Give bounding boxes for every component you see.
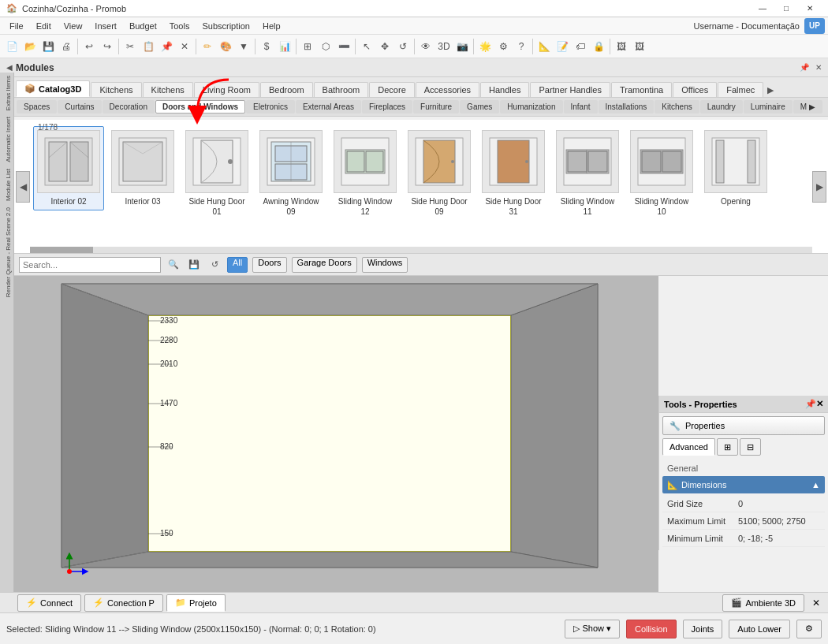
- tb-help[interactable]: ?: [513, 38, 530, 55]
- menu-file[interactable]: File: [3, 17, 30, 35]
- save-search-button[interactable]: 💾: [186, 257, 202, 273]
- catalog-item-0[interactable]: Interior 02: [33, 126, 104, 210]
- ccat-external[interactable]: External Areas: [296, 100, 361, 114]
- ccat-installations[interactable]: Installations: [599, 100, 655, 114]
- catalog-tab-kitchens[interactable]: Kitchens: [91, 82, 141, 97]
- catalog-tab-offices[interactable]: Offices: [673, 82, 717, 97]
- modules-close[interactable]: ✕: [812, 62, 825, 73]
- filter-all[interactable]: All: [227, 257, 248, 273]
- tab-projeto[interactable]: 📁 Projeto: [166, 594, 226, 612]
- show-button[interactable]: ▷ Show ▾: [565, 620, 620, 638]
- tb-lock[interactable]: 🔒: [590, 38, 607, 55]
- tb-move[interactable]: ✥: [376, 38, 393, 55]
- catalog-nav-right[interactable]: ▶: [764, 84, 777, 97]
- refresh-button[interactable]: ↺: [207, 257, 222, 273]
- catalog-tab-decore[interactable]: Decore: [369, 82, 414, 97]
- menu-subscription[interactable]: Subscription: [196, 17, 256, 35]
- tb-tag[interactable]: 🏷: [572, 38, 589, 55]
- collision-button[interactable]: Collision: [626, 620, 677, 638]
- tb-shape[interactable]: ⬡: [317, 38, 334, 55]
- catalog-tab-bathroom[interactable]: Bathroom: [314, 82, 369, 97]
- catalog-item-9[interactable]: Opening: [700, 126, 771, 210]
- catalog-item-8[interactable]: Sliding Window 10: [626, 126, 697, 221]
- tab-conectionp[interactable]: ⚡ Conection P: [84, 594, 163, 612]
- tb-settings[interactable]: ⚙: [494, 38, 512, 55]
- catalog-tab-partner[interactable]: Partner Handles: [530, 82, 610, 97]
- ccat-fireplaces[interactable]: Fireplaces: [362, 100, 412, 114]
- tb-new[interactable]: 📄: [3, 38, 21, 55]
- catalog-item-4[interactable]: Sliding Window 12: [330, 126, 401, 221]
- search-button[interactable]: 🔍: [166, 257, 181, 273]
- tb-undo[interactable]: ↩: [80, 38, 98, 55]
- filter-garage[interactable]: Garage Doors: [292, 257, 357, 273]
- scroll-right[interactable]: ▶: [812, 171, 826, 203]
- menu-tools[interactable]: Tools: [163, 17, 196, 35]
- ambiente-3d-button[interactable]: 🎬 Ambiente 3D: [722, 594, 804, 612]
- ccat-eletronics[interactable]: Eletronics: [246, 100, 295, 114]
- tools-close[interactable]: ✕: [816, 399, 823, 409]
- tab-advanced[interactable]: Advanced: [662, 438, 715, 456]
- ccat-laundry[interactable]: Laundry: [700, 100, 743, 114]
- menu-view[interactable]: View: [58, 17, 89, 35]
- close-panel-button[interactable]: ✕: [807, 597, 825, 609]
- joints-button[interactable]: Joints: [683, 620, 723, 638]
- catalog-item-7[interactable]: Sliding Window 11: [552, 126, 623, 221]
- tb-eye[interactable]: 👁: [417, 38, 435, 55]
- tb-save[interactable]: 💾: [39, 38, 57, 55]
- dimensions-collapse[interactable]: ▲: [811, 480, 820, 490]
- catalog-item-3[interactable]: Awning Window 09: [255, 126, 326, 221]
- tb-minus[interactable]: ➖: [335, 38, 352, 55]
- scroll-left[interactable]: ◀: [16, 171, 30, 203]
- ccat-curtains[interactable]: Curtains: [58, 100, 101, 114]
- vlabel-extras[interactable]: Extras Items: [0, 73, 13, 114]
- filter-windows[interactable]: Windows: [362, 257, 408, 273]
- tab-grid[interactable]: ⊞: [717, 438, 738, 456]
- ccat-games[interactable]: Games: [460, 100, 499, 114]
- search-input[interactable]: [19, 257, 161, 273]
- tab-connect[interactable]: ⚡ Connect: [17, 594, 81, 612]
- ccat-decoration[interactable]: Decoration: [103, 100, 155, 114]
- tb-select[interactable]: ▼: [235, 38, 252, 55]
- vlabel-render[interactable]: Render Queue - Real Scene 2.0: [0, 204, 13, 300]
- items-scrollbar[interactable]: [30, 247, 812, 253]
- viewport[interactable]: 2330 2280 2010 1470 820 150: [14, 276, 658, 612]
- tb-paste[interactable]: 📌: [158, 38, 175, 55]
- settings-icon[interactable]: ⚙: [796, 620, 822, 638]
- tb-delete[interactable]: ✕: [176, 38, 193, 55]
- tb-img2[interactable]: 🖼: [631, 38, 648, 55]
- catalog-tab-catalog3d[interactable]: 📦 Catalog3D: [16, 80, 90, 97]
- catalog-item-2[interactable]: Side Hung Door 01: [181, 126, 252, 221]
- ccat-luminaire[interactable]: Luminaire: [744, 100, 793, 114]
- close-button[interactable]: ✕: [798, 2, 822, 16]
- menu-budget[interactable]: Budget: [123, 17, 163, 35]
- tb-budget2[interactable]: 📊: [276, 38, 293, 55]
- catalog-tab-falmec[interactable]: Falmec: [718, 82, 763, 97]
- auto-lower-button[interactable]: Auto Lower: [729, 620, 790, 638]
- items-scrollbar-thumb[interactable]: [30, 247, 93, 253]
- ccat-furniture[interactable]: Furniture: [413, 100, 459, 114]
- modules-pin[interactable]: 📌: [796, 62, 812, 73]
- tb-redo[interactable]: ↪: [99, 38, 116, 55]
- tb-img[interactable]: 🖼: [613, 38, 630, 55]
- tb-grid[interactable]: ⊞: [299, 38, 316, 55]
- catalog-tab-tramontina[interactable]: Tramontina: [611, 82, 672, 97]
- dimensions-section[interactable]: 📐 Dimensions ▲: [662, 476, 825, 493]
- user-avatar[interactable]: UP: [804, 18, 825, 34]
- menu-edit[interactable]: Edit: [30, 17, 58, 35]
- tb-pencil[interactable]: ✏: [199, 38, 216, 55]
- tb-paint[interactable]: 🎨: [217, 38, 234, 55]
- ccat-spaces[interactable]: Spaces: [17, 100, 57, 114]
- tb-dollar[interactable]: $: [258, 38, 275, 55]
- tools-pin[interactable]: 📌: [805, 399, 816, 409]
- tb-open[interactable]: 📂: [21, 38, 39, 55]
- ccat-infant[interactable]: Infant: [564, 100, 598, 114]
- ccat-more[interactable]: M ▶: [793, 100, 822, 114]
- tb-rotate[interactable]: ↺: [394, 38, 412, 55]
- properties-button[interactable]: 🔧 Properties: [662, 416, 825, 435]
- catalog-tab-handles[interactable]: Handles: [480, 82, 529, 97]
- tab-list[interactable]: ⊟: [740, 438, 761, 456]
- tb-3d1[interactable]: 3D: [435, 38, 453, 55]
- tb-copy[interactable]: 📋: [140, 38, 157, 55]
- tb-cut[interactable]: ✂: [121, 38, 139, 55]
- modules-nav-left[interactable]: ◀: [3, 62, 16, 73]
